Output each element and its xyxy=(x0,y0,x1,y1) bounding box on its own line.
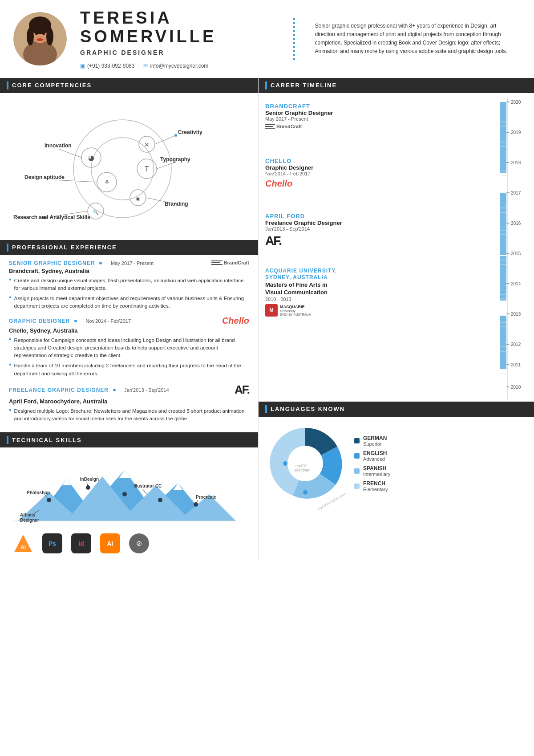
first-name: TERESIA xyxy=(80,9,279,28)
svg-text:Procreate: Procreate xyxy=(196,495,217,500)
phone-contact: ▣ (+91) 933-092-9083 xyxy=(80,63,134,69)
timeline-date-chello: Nov'2014 - Feb'2017 xyxy=(265,171,498,176)
bullet-dot-icon: • xyxy=(9,361,12,378)
timeline-date-aprilford: Jan'2013 - Sep'2014 xyxy=(265,226,498,232)
lang-english: ENGLISH Advanced xyxy=(354,450,527,462)
career-timeline-header: CAREER TIMELINE xyxy=(259,78,534,93)
section-bar-icon xyxy=(265,405,267,413)
bullet-dot-icon: • xyxy=(9,276,12,293)
svg-text:Design aptitude: Design aptitude xyxy=(24,174,65,180)
photoshop-icon-box: Ps xyxy=(42,533,62,553)
right-column: CAREER TIMELINE BRANDCRAFT Senior Graphi… xyxy=(258,78,534,561)
section-bar-icon xyxy=(7,81,8,89)
dot-2 xyxy=(74,320,77,322)
competency-svg: ◕ ✕ T ⚘ ◉ xyxy=(9,100,240,233)
section-bar-icon xyxy=(7,244,8,252)
svg-line-58 xyxy=(142,489,147,494)
svg-text:◉: ◉ xyxy=(136,195,140,202)
job-date-2: Nov'2014 - Feb'2017 xyxy=(86,318,131,324)
bullet-text: Handle a team of 10 members including 2 … xyxy=(14,362,249,378)
svg-text:2018: 2018 xyxy=(511,160,521,165)
timeline-company-chello: CHELLO xyxy=(265,158,498,164)
resume-header: TERESIA SOMERVILLE GRAPHIC DESIGNER ▣ (+… xyxy=(0,0,534,78)
af-logo-exp: AF. xyxy=(235,383,249,397)
svg-text:🔍: 🔍 xyxy=(93,209,99,215)
professional-experience-header: PROFESSIONAL EXPERIENCE xyxy=(0,240,258,255)
bullet-dot-icon: • xyxy=(9,336,12,360)
competencies-diagram: ◕ ✕ T ⚘ ◉ xyxy=(0,93,258,240)
language-pie-chart: myCV designer myCV designer.com xyxy=(265,423,345,504)
ai-orange-icon-box: Ai xyxy=(100,533,120,553)
name-block: TERESIA SOMERVILLE GRAPHIC DESIGNER ▣ (+… xyxy=(76,9,279,69)
svg-marker-45 xyxy=(62,479,71,485)
timeline-role-aprilford: Freelance Graphic Designer xyxy=(265,219,498,226)
svg-point-129 xyxy=(303,490,307,495)
bullet-text: Responsible for Campaign concepts and id… xyxy=(14,337,249,360)
career-timeline-section: CAREER TIMELINE BRANDCRAFT Senior Graphi… xyxy=(259,78,534,402)
skill-icons-row: Ai Ps Id xyxy=(9,531,249,556)
timeline-entry-brandcraft: BRANDCRAFT Senior Graphic Designer May 2… xyxy=(265,98,498,134)
section-bar-icon xyxy=(265,81,267,89)
experience-list: SENIOR GRAPHIC DESIGNER May 2017 - Prese… xyxy=(0,255,258,433)
bullet-text: Create and design unique visual images, … xyxy=(14,277,249,293)
svg-text:Designer: Designer xyxy=(20,518,39,523)
svg-point-30 xyxy=(174,134,177,137)
svg-rect-85 xyxy=(500,193,506,255)
job-bullets-3: • Designed multiple Logo; Brochure; News… xyxy=(9,407,249,423)
job-bullets-2: • Responsible for Campaign concepts and … xyxy=(9,337,249,378)
email-icon: ✉ xyxy=(143,63,148,69)
svg-text:2014: 2014 xyxy=(511,281,521,286)
svg-point-51 xyxy=(158,498,162,502)
chello-logo-exp: Chello xyxy=(222,316,249,326)
svg-text:designer: designer xyxy=(294,468,310,472)
english-name: ENGLISH xyxy=(363,450,387,456)
company-name-2: Chello, Sydney, Australia xyxy=(9,327,249,334)
dot-1 xyxy=(99,262,102,264)
indesign-label: Id xyxy=(78,540,84,547)
skill-mountain-chart: Photoshop InDesign Illustrator CC Affini… xyxy=(9,452,249,531)
brandcraft-logo-1: BrandCraft xyxy=(211,260,249,265)
language-legend: GERMAN Superior ENGLISH Advanced xyxy=(354,435,527,492)
bullet-item: • Handle a team of 10 members including … xyxy=(9,362,249,378)
languages-section: LANGUAGES KNOWN xyxy=(259,402,534,510)
svg-point-7 xyxy=(35,32,38,35)
french-name: FRENCH xyxy=(363,480,388,487)
svg-rect-95 xyxy=(500,256,506,301)
job-bullets-1: • Create and design unique visual images… xyxy=(9,277,249,310)
phone-number: (+91) 933-092-9083 xyxy=(87,63,134,69)
svg-text:2019: 2019 xyxy=(511,130,521,135)
svg-text:Creativity: Creativity xyxy=(178,129,202,135)
timeline-gap-1 xyxy=(265,134,498,152)
job-date-1: May 2017 - Present xyxy=(111,260,154,266)
procreate-symbol: ⊘ xyxy=(136,539,142,548)
bullet-item: • Responsible for Campaign concepts and … xyxy=(9,337,249,360)
job-title-1: SENIOR GRAPHIC DESIGNER xyxy=(9,260,95,266)
german-color xyxy=(354,438,360,443)
svg-text:2016: 2016 xyxy=(511,221,521,226)
german-level: Superior xyxy=(363,441,387,447)
job-item-3: FREELANCE GRAPHIC DESIGNER Jan'2013 - Se… xyxy=(9,383,249,423)
summary-text: Senior graphic design professional with … xyxy=(308,17,521,61)
svg-marker-46 xyxy=(119,470,130,478)
svg-text:2017: 2017 xyxy=(511,191,521,195)
svg-point-9 xyxy=(36,38,44,41)
svg-text:2011: 2011 xyxy=(511,362,521,367)
job-title: GRAPHIC DESIGNER xyxy=(80,49,279,59)
ai-orange-icon: Ai xyxy=(100,533,120,553)
svg-text:Ai: Ai xyxy=(20,544,26,550)
svg-text:T: T xyxy=(145,165,149,173)
english-color xyxy=(354,453,360,459)
svg-line-26 xyxy=(157,162,176,169)
svg-line-25 xyxy=(155,135,176,144)
last-name: SOMERVILLE xyxy=(80,28,279,46)
svg-text:myCV: myCV xyxy=(295,463,307,468)
dot-3 xyxy=(113,389,116,391)
svg-text:Photoshop: Photoshop xyxy=(27,490,50,495)
svg-text:2015: 2015 xyxy=(511,251,521,256)
timeline-company-aprilford: APRIL FORD xyxy=(265,213,498,219)
photoshop-icon: Ps xyxy=(42,533,62,553)
main-content: CORE COMPETENCIES ◕ xyxy=(0,78,534,561)
left-column: CORE COMPETENCIES ◕ xyxy=(0,78,258,561)
af-logo: AF. xyxy=(265,234,498,248)
phone-icon: ▣ xyxy=(80,63,85,69)
